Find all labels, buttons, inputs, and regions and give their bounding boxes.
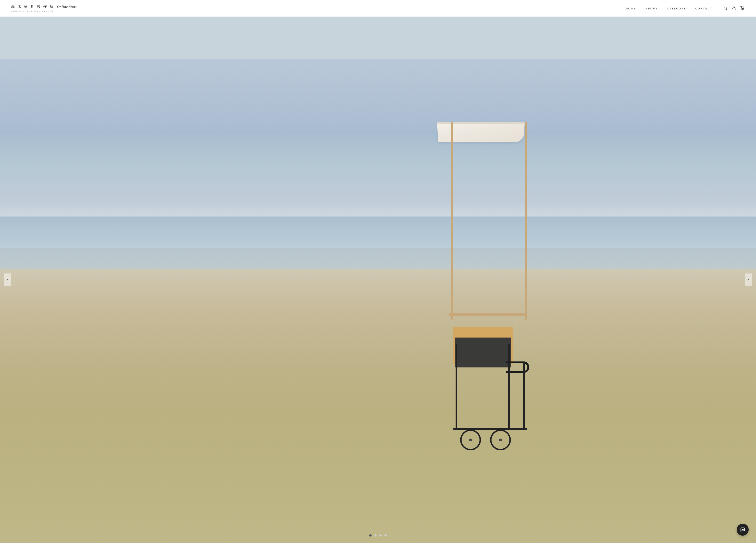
svg-point-5	[742, 9, 742, 10]
furniture-cart	[442, 122, 529, 464]
nav-contact[interactable]: CONTACT	[695, 7, 712, 10]
chat-button[interactable]	[737, 524, 749, 536]
cart-icon[interactable]	[740, 6, 745, 10]
svg-line-1	[726, 9, 727, 10]
wheel-left	[460, 429, 481, 450]
logo: 高 木 家 具 製 作 所 Online Store ORDER FURNITU…	[11, 4, 77, 12]
dot-4[interactable]	[384, 534, 387, 537]
nav-home[interactable]: HOME	[626, 7, 636, 10]
site-header: 高 木 家 具 製 作 所 Online Store ORDER FURNITU…	[0, 0, 756, 17]
water-element	[0, 217, 756, 269]
slider-prev-button[interactable]: ‹	[4, 273, 11, 286]
main-nav: HOME ABOUT CATEGORY CONTACT	[626, 6, 745, 10]
hero-slider: ‹ ›	[0, 17, 756, 543]
slider-next-button[interactable]: ›	[745, 273, 752, 286]
search-icon[interactable]	[723, 6, 727, 10]
slider-dots	[369, 534, 387, 537]
dot-3[interactable]	[379, 534, 382, 537]
nav-about[interactable]: ABOUT	[646, 7, 658, 10]
leg-right	[508, 344, 510, 430]
post-right	[525, 122, 527, 320]
logo-script: Online Store	[57, 5, 77, 9]
dot-1[interactable]	[369, 534, 372, 537]
leg-left	[456, 344, 457, 430]
base-bar	[453, 428, 527, 430]
blackboard	[455, 337, 511, 367]
post-left	[451, 122, 453, 320]
hero-background	[0, 17, 756, 543]
svg-point-6	[743, 9, 744, 10]
h-bar	[449, 313, 525, 316]
tent-icon[interactable]	[732, 6, 736, 10]
chat-icon	[740, 527, 745, 532]
wheel-right	[490, 429, 511, 450]
svg-point-8	[742, 529, 743, 529]
cart-handle	[506, 361, 529, 373]
dot-2[interactable]	[374, 534, 377, 537]
logo-sub: ORDER FURNITURE TAKAGI	[11, 10, 77, 12]
svg-point-9	[743, 529, 744, 529]
svg-point-7	[742, 529, 742, 529]
logo-kanji: 高 木 家 具 製 作 所	[11, 4, 54, 9]
nav-category[interactable]: CATEGORY	[667, 7, 686, 10]
leg-far-right	[523, 361, 525, 430]
canopy	[437, 122, 525, 142]
